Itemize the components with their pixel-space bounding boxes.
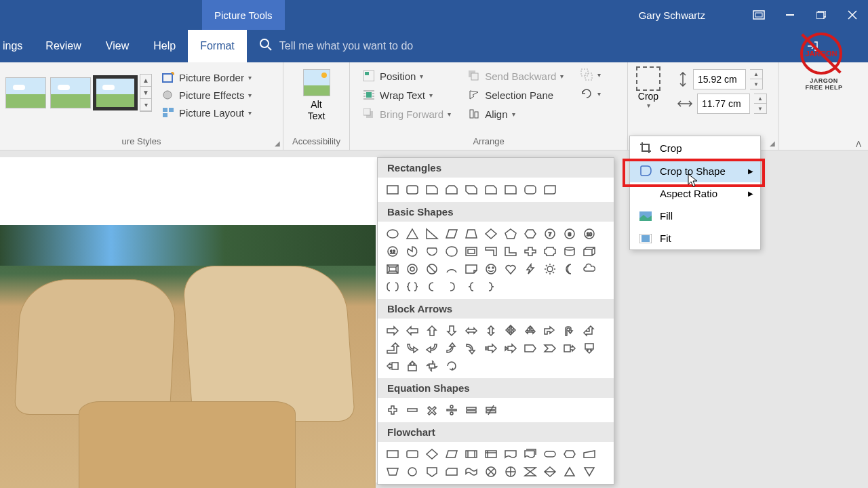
position-button[interactable]: Position▾ (359, 68, 454, 84)
width-input[interactable] (697, 94, 750, 114)
shape-trapezoid[interactable] (462, 226, 480, 242)
rotate-button[interactable]: ▾ (577, 85, 604, 102)
shape-decagon[interactable]: 10 (580, 226, 598, 242)
shape-fc-manual-input[interactable] (580, 446, 598, 462)
tab-review[interactable]: Review (33, 30, 93, 62)
shape-arrow-leftrightup[interactable] (521, 323, 539, 339)
shape-arrow-bentup[interactable] (383, 340, 401, 357)
selection-pane-button[interactable]: Selection Pane (465, 87, 566, 103)
shape-heart[interactable] (501, 261, 519, 277)
shape-fc-multidocument[interactable] (521, 446, 539, 462)
gallery-more[interactable]: ▲▼▾ (140, 74, 152, 112)
shape-arrow-up[interactable] (422, 323, 441, 339)
shape-fc-collate[interactable] (521, 464, 539, 480)
shape-not-equal[interactable] (481, 402, 500, 418)
shape-cloud[interactable] (580, 261, 598, 277)
close-button[interactable] (837, 0, 868, 30)
shape-arrow-down[interactable] (442, 323, 460, 339)
width-down[interactable]: ▼ (754, 104, 766, 113)
shape-arrow-quad[interactable] (501, 323, 519, 339)
shape-snip-single[interactable] (422, 182, 441, 198)
shape-chord[interactable] (422, 243, 441, 260)
shape-right-triangle[interactable] (422, 226, 441, 242)
shape-plus[interactable] (383, 402, 401, 418)
shape-arrow-uturn[interactable] (560, 323, 578, 339)
shape-double-brace[interactable] (403, 279, 421, 295)
shape-equal[interactable] (462, 402, 480, 418)
shape-triangle[interactable] (403, 226, 421, 242)
shape-arrow-notched[interactable] (501, 340, 519, 357)
shape-hexagon[interactable] (521, 226, 539, 242)
shape-fc-alt-process[interactable] (403, 446, 421, 462)
shape-folded-corner[interactable] (462, 261, 480, 277)
shape-fc-punched-tape[interactable] (462, 464, 480, 480)
shape-can[interactable] (560, 243, 578, 260)
tell-me-search[interactable]: Tell me what you want to do (247, 30, 807, 62)
shape-teardrop[interactable] (442, 243, 460, 260)
shape-oval[interactable] (383, 226, 401, 242)
shape-round-same[interactable] (521, 182, 539, 198)
shape-round-single[interactable] (501, 182, 519, 198)
style-thumb-3[interactable] (95, 77, 136, 108)
shape-arrow-chevron[interactable] (540, 340, 559, 357)
shape-arrow-curved-down[interactable] (462, 340, 480, 357)
crop-menu-fit[interactable]: Fit (630, 227, 760, 249)
shape-arrow-updown[interactable] (481, 323, 500, 339)
shape-lightning[interactable] (521, 261, 539, 277)
shape-dodecagon[interactable]: 12 (383, 243, 401, 260)
width-input-row[interactable]: ▲▼ (677, 94, 767, 114)
shape-fc-process[interactable] (383, 446, 401, 462)
selected-picture[interactable] (0, 225, 376, 488)
shape-half-frame[interactable] (481, 243, 500, 260)
shape-plaque[interactable] (540, 243, 559, 260)
shape-arrow-leftright[interactable] (462, 323, 480, 339)
shape-rectangle[interactable] (383, 182, 401, 198)
tab-format[interactable]: Format (188, 30, 247, 62)
shape-fc-manual-op[interactable] (383, 464, 401, 480)
shape-sun[interactable] (540, 261, 559, 277)
shape-snip-same[interactable] (442, 182, 460, 198)
shape-double-bracket[interactable] (383, 279, 401, 295)
shape-fc-internal-storage[interactable] (481, 446, 500, 462)
collapse-ribbon-button[interactable]: ᐱ (856, 140, 861, 149)
shape-cross[interactable] (521, 243, 539, 260)
shape-round-diag[interactable] (540, 182, 559, 198)
shape-l-shape[interactable] (501, 243, 519, 260)
shape-frame[interactable] (462, 243, 480, 260)
picture-effects-button[interactable]: Picture Effects▾ (159, 87, 254, 103)
shape-arrow-bent[interactable] (540, 323, 559, 339)
alt-text-button[interactable]: Alt Text (288, 65, 345, 126)
shape-fc-document[interactable] (501, 446, 519, 462)
shape-fc-predefined[interactable] (462, 446, 480, 462)
tab-view[interactable]: View (94, 30, 141, 62)
crop-menu-crop[interactable]: Crop (630, 136, 760, 159)
shape-bevel[interactable] (383, 261, 401, 277)
align-button[interactable]: Align▾ (465, 106, 566, 122)
shape-octagon[interactable]: 8 (560, 226, 578, 242)
shape-pentagon[interactable] (501, 226, 519, 242)
shape-fc-card[interactable] (442, 464, 460, 480)
shape-arrow-curved-right[interactable] (403, 340, 421, 357)
shape-arrow-curved-left[interactable] (422, 340, 441, 357)
size-dialog-launcher[interactable]: ◢ (770, 140, 775, 147)
shape-donut[interactable] (403, 261, 421, 277)
shape-fc-preparation[interactable] (560, 446, 578, 462)
shape-multiply[interactable] (422, 402, 441, 418)
shape-heptagon[interactable]: 7 (540, 226, 559, 242)
shape-fc-merge[interactable] (580, 464, 598, 480)
tab-help[interactable]: Help (141, 30, 188, 62)
shape-arrow-callout-down[interactable] (580, 340, 598, 357)
shape-smiley[interactable] (481, 261, 500, 277)
minimize-button[interactable] (774, 0, 806, 30)
maximize-button[interactable] (806, 0, 837, 30)
height-down[interactable]: ▼ (750, 79, 762, 89)
shape-fc-connector[interactable] (403, 464, 421, 480)
shape-arrow-circular[interactable] (442, 358, 460, 374)
tab-partial[interactable]: ings (0, 30, 33, 62)
shape-parallelogram[interactable] (442, 226, 460, 242)
shape-left-brace[interactable] (462, 279, 480, 295)
shape-pie[interactable] (403, 243, 421, 260)
shape-rounded-rectangle[interactable] (403, 182, 421, 198)
shape-snip-diag[interactable] (462, 182, 480, 198)
style-thumb-1[interactable] (5, 77, 46, 108)
